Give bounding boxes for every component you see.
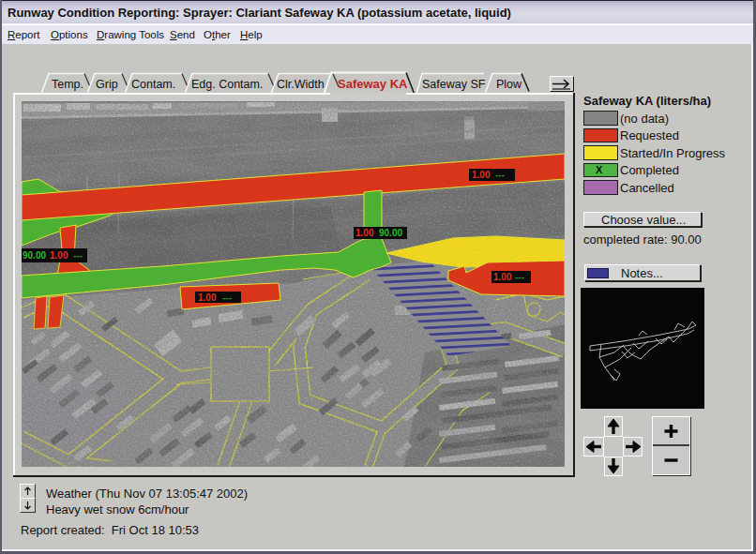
svg-text:1.00: 1.00 (50, 250, 68, 261)
svg-text:1.00: 1.00 (472, 170, 491, 180)
svg-text:90.00: 90.00 (23, 250, 46, 261)
svg-text:Plow: Plow (496, 78, 522, 91)
svg-text:Clr.Width: Clr.Width (277, 78, 325, 91)
svg-text:---: --- (73, 250, 83, 261)
svg-text:1.00: 1.00 (493, 272, 512, 282)
svg-text:Temp.: Temp. (52, 78, 83, 91)
svg-text:1.00: 1.00 (198, 292, 217, 303)
svg-text:Contam.: Contam. (131, 78, 175, 91)
svg-text:---: --- (495, 170, 505, 180)
svg-text:90.00: 90.00 (379, 228, 402, 238)
svg-text:Safeway SF: Safeway SF (422, 78, 486, 91)
svg-text:---: --- (515, 272, 524, 282)
svg-text:Grip: Grip (96, 78, 118, 91)
svg-text:Edg. Contam.: Edg. Contam. (191, 78, 263, 91)
svg-text:---: --- (222, 292, 232, 303)
svg-text:1.00: 1.00 (355, 228, 374, 238)
svg-text:Safeway KA: Safeway KA (338, 77, 408, 91)
